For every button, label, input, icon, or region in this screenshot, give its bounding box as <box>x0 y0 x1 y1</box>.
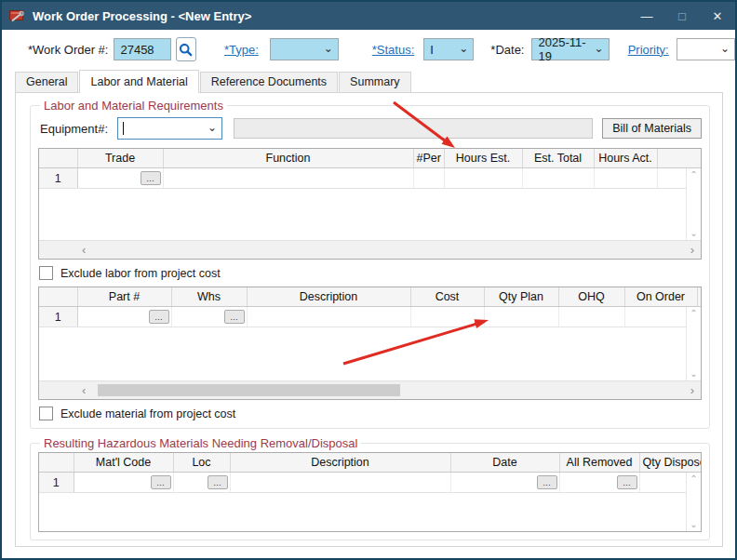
function-cell[interactable] <box>163 168 413 189</box>
header-field-bar: *Work Order #: 27458 *Type: ⌄ *Status: I… <box>2 30 735 69</box>
column-header-part: Part # <box>77 287 171 307</box>
cost-cell[interactable] <box>410 307 484 327</box>
table-row: 1 … <box>39 168 686 189</box>
row-number: 1 <box>39 307 77 327</box>
table-row: 1 … … … … <box>39 473 686 493</box>
labor-grid-rows: 1 … <box>39 168 686 189</box>
labor-grid-horizontal-scrollbar[interactable]: ‹ › <box>39 240 701 259</box>
type-dropdown[interactable]: ⌄ <box>270 38 339 60</box>
window-title: Work Order Processing - <New Entry> <box>33 9 629 23</box>
bill-of-materials-button[interactable]: Bill of Materials <box>602 118 702 139</box>
matl-code-cell[interactable]: … <box>74 473 173 493</box>
exclude-material-row: Exclude material from project cost <box>39 407 702 420</box>
column-header-per: #Per <box>413 149 444 168</box>
labor-grid-empty-area <box>39 189 686 240</box>
column-header-qty-disposed: Qty Disposed <box>639 453 701 473</box>
row-number: 1 <box>39 473 74 493</box>
trade-cell[interactable]: … <box>77 168 163 189</box>
labor-material-requirements-group: Labor and Material Requirements Equipmen… <box>30 99 710 429</box>
column-header-ohq: OHQ <box>558 287 624 307</box>
equipment-description-field <box>234 118 593 139</box>
date-cell[interactable]: … <box>450 473 559 493</box>
exclude-labor-checkbox[interactable] <box>39 266 53 280</box>
material-grid-vertical-scrollbar[interactable]: ⌃ ⌄ <box>686 307 701 380</box>
minimize-button[interactable]: — <box>629 2 664 30</box>
priority-link-label[interactable]: Priority: <box>628 43 669 57</box>
scroll-up-icon[interactable]: ⌃ <box>690 310 697 317</box>
date-dropdown[interactable]: 2025-11-19 ⌄ <box>531 38 609 60</box>
whs-lookup-button[interactable]: … <box>224 310 245 324</box>
tab-summary[interactable]: Summary <box>339 72 410 92</box>
search-button[interactable] <box>176 37 196 61</box>
chevron-down-icon: ⌄ <box>324 43 333 54</box>
trade-lookup-button[interactable]: … <box>141 171 161 185</box>
loc-lookup-button[interactable]: … <box>208 475 228 489</box>
column-header-hours-est: Hours Est. <box>444 149 522 168</box>
app-icon <box>9 9 25 23</box>
scroll-up-icon[interactable]: ⌃ <box>690 171 697 179</box>
est-total-cell[interactable] <box>522 168 594 189</box>
column-header-hours-act: Hours Act. <box>594 149 657 168</box>
labor-grid-vertical-scrollbar[interactable]: ⌃ ⌄ <box>686 168 701 240</box>
title-bar: Work Order Processing - <New Entry> — □ … <box>2 2 735 30</box>
scroll-right-icon[interactable]: › <box>690 386 694 395</box>
status-dropdown[interactable]: I ⌄ <box>423 38 474 60</box>
status-link-label[interactable]: *Status: <box>372 43 415 57</box>
equipment-label: Equipment#: <box>40 122 108 136</box>
chevron-down-icon: ⌄ <box>720 43 730 54</box>
hazmat-group: Resulting Hazardous Materials Needing Re… <box>30 436 710 540</box>
part-lookup-button[interactable]: … <box>149 310 169 324</box>
hours-act-cell[interactable] <box>594 168 657 189</box>
labor-grid-header: Trade Function #Per Hours Est. Est. Tota… <box>39 149 701 168</box>
tab-labor-and-material[interactable]: Labor and Material <box>79 70 198 93</box>
scroll-down-icon[interactable]: ⌄ <box>690 370 697 378</box>
column-header-description: Description <box>247 287 410 307</box>
description-cell[interactable] <box>247 307 410 327</box>
maximize-button[interactable]: □ <box>664 2 700 30</box>
part-cell[interactable]: … <box>77 307 171 327</box>
close-button[interactable]: ✕ <box>700 2 735 30</box>
whs-cell[interactable]: … <box>171 307 247 327</box>
material-grid-horizontal-scrollbar[interactable]: ‹ › <box>39 380 701 399</box>
matl-code-lookup-button[interactable]: … <box>151 475 171 489</box>
work-order-input[interactable]: 27458 <box>114 38 171 60</box>
all-removed-lookup-button[interactable]: … <box>617 475 637 489</box>
all-removed-cell[interactable]: … <box>559 473 639 493</box>
horizontal-scroll-thumb[interactable] <box>98 384 400 396</box>
type-link-label[interactable]: *Type: <box>224 43 259 57</box>
exclude-material-checkbox[interactable] <box>39 407 53 420</box>
chevron-down-icon: ⌄ <box>459 43 468 54</box>
per-cell[interactable] <box>413 168 444 189</box>
tab-strip: General Labor and Material Reference Doc… <box>2 69 735 92</box>
loc-cell[interactable]: … <box>173 473 230 493</box>
hazmat-grid-empty-area <box>39 493 686 531</box>
scroll-left-icon[interactable]: ‹ <box>82 246 86 255</box>
tab-reference-documents[interactable]: Reference Documents <box>200 72 338 92</box>
column-header <box>39 149 77 168</box>
hours-est-cell[interactable] <box>444 168 522 189</box>
qty-disposed-cell[interactable] <box>639 473 686 493</box>
equipment-combo[interactable]: ⌄ <box>117 117 222 140</box>
scroll-left-icon[interactable]: ‹ <box>82 386 86 395</box>
labor-material-tab-panel: Labor and Material Requirements Equipmen… <box>15 92 723 547</box>
search-icon <box>179 43 193 57</box>
scroll-up-icon[interactable]: ⌃ <box>690 475 697 483</box>
material-grid: Part # Whs Description Cost Qty Plan OHQ… <box>38 287 702 400</box>
description-cell[interactable] <box>230 473 450 493</box>
hazmat-grid-vertical-scrollbar[interactable]: ⌃ ⌄ <box>686 473 701 531</box>
scroll-down-icon[interactable]: ⌄ <box>690 521 697 528</box>
equipment-row: Equipment#: ⌄ Bill of Materials <box>40 117 702 140</box>
priority-dropdown[interactable]: ⌄ <box>677 38 735 60</box>
scroll-down-icon[interactable]: ⌄ <box>690 230 697 237</box>
chevron-down-icon: ⌄ <box>208 122 217 133</box>
tab-general[interactable]: General <box>15 72 78 92</box>
date-lookup-button[interactable]: … <box>537 475 557 489</box>
hazmat-group-title: Resulting Hazardous Materials Needing Re… <box>40 436 361 450</box>
exclude-material-label: Exclude material from project cost <box>60 407 235 420</box>
scroll-right-icon[interactable]: › <box>690 246 694 255</box>
column-header-loc: Loc <box>173 453 230 473</box>
hazmat-grid-rows: 1 … … … … <box>39 473 686 493</box>
ohq-cell[interactable] <box>558 307 624 327</box>
column-header-all-removed: All Removed <box>559 453 639 473</box>
qty-plan-cell[interactable] <box>484 307 558 327</box>
